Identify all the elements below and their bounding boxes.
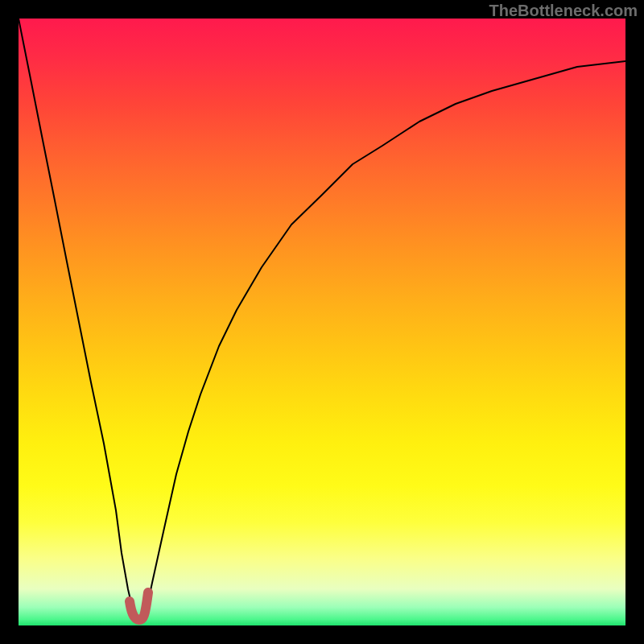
optimal-marker bbox=[130, 592, 148, 620]
watermark-text: TheBottleneck.com bbox=[489, 2, 638, 20]
chart-frame: TheBottleneck.com bbox=[0, 0, 644, 644]
curve-layer bbox=[19, 19, 625, 625]
plot-area bbox=[19, 19, 625, 625]
bottleneck-curve bbox=[19, 19, 625, 619]
